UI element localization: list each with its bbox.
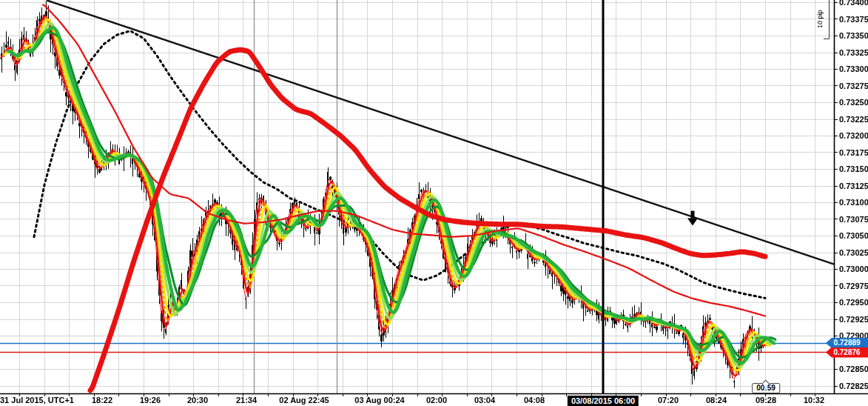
price-tick-label: 0.72950 — [839, 298, 868, 307]
time-tick-label: 10:32 — [804, 396, 824, 405]
price-tick-label: 0.73050 — [839, 231, 868, 240]
price-tick-label: 0.73175 — [839, 148, 868, 157]
time-tick-label-highlighted: 03/08/2015 06:00 — [568, 396, 639, 406]
time-tick-label: 04:08 — [524, 396, 545, 405]
price-tick-label: 0.73200 — [839, 131, 868, 140]
price-chart-canvas[interactable] — [0, 0, 868, 406]
time-tick-label: 02:00 — [426, 396, 447, 405]
time-tick-label: 20:30 — [187, 396, 208, 405]
price-tick-label: 0.73075 — [839, 215, 868, 224]
price-tick-label: 0.73150 — [839, 164, 868, 173]
price-tick-label: 0.72850 — [839, 365, 868, 373]
price-tick-label: 0.73325 — [839, 48, 868, 57]
candle-countdown: 00:59 — [752, 383, 780, 393]
red-price-tag: 0.72876 — [826, 347, 868, 358]
time-tick-label: 09:28 — [756, 396, 776, 405]
price-tick-label: 0.73300 — [839, 64, 868, 73]
price-tick-label: 0.73250 — [839, 98, 868, 107]
time-tick-label: 19:26 — [140, 396, 161, 405]
time-tick-label: 18:22 — [92, 396, 112, 405]
price-tick-label: 0.72925 — [839, 315, 868, 324]
price-tick-label: 0.73350 — [839, 31, 868, 40]
time-tick-label: 03:04 — [474, 396, 495, 405]
price-tick-label: 0.73100 — [839, 198, 868, 207]
price-tick-label: 0.73375 — [839, 15, 868, 24]
time-tick-label: 08:24 — [706, 396, 727, 405]
price-tick-label: 0.73400 — [839, 0, 868, 7]
price-tick-label: 0.72975 — [839, 282, 868, 290]
blue-price-tag: 0.72889 — [826, 338, 868, 348]
pip-scale-label: 10 pip — [816, 0, 824, 39]
time-tick-label: 03 Aug 00:24 — [354, 396, 404, 405]
price-tick-label: 0.73225 — [839, 115, 868, 124]
price-tick-label: 0.73025 — [839, 248, 868, 257]
time-tick-label: 07:20 — [658, 396, 679, 405]
price-tick-label: 0.72825 — [839, 382, 868, 390]
price-tick-label: 0.73125 — [839, 182, 868, 190]
time-tick-label: 02 Aug 22:45 — [279, 396, 329, 405]
price-tick-label: 0.73000 — [839, 264, 868, 273]
price-tick-label: 0.73275 — [839, 81, 868, 90]
chart-window: 0.734000.733750.733500.733250.733000.732… — [0, 0, 868, 406]
time-tick-label: 21:34 — [236, 396, 257, 405]
time-tick-label: 31 Jul 2015, UTC+1 — [0, 396, 74, 405]
